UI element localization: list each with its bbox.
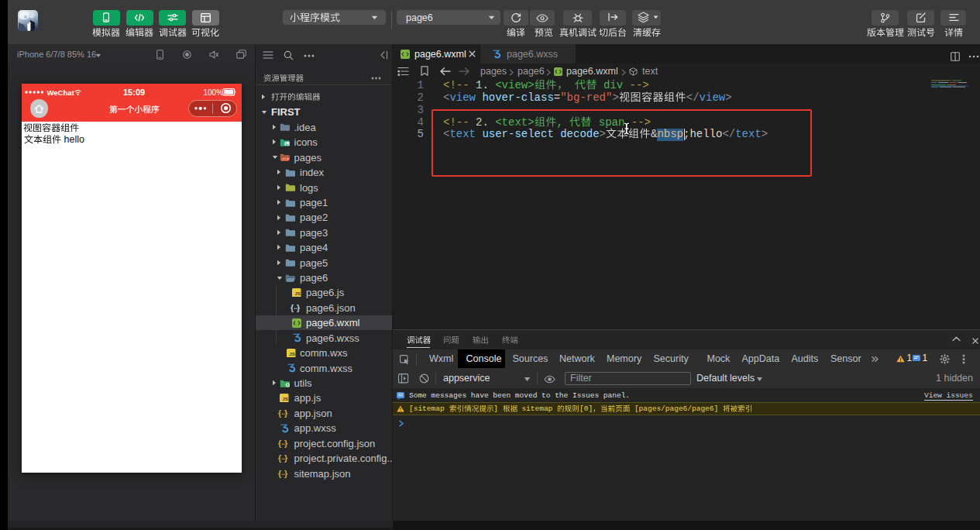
svg-text:}: } <box>284 469 287 478</box>
svg-text:JS: JS <box>282 396 288 401</box>
svg-text:{: { <box>291 303 294 312</box>
svg-text:}: } <box>284 408 287 418</box>
svg-text:{: { <box>278 439 281 448</box>
svg-text:JS: JS <box>289 351 295 356</box>
svg-text:{: { <box>278 408 281 418</box>
svg-text:}: } <box>284 453 287 463</box>
svg-text:{: { <box>278 469 281 478</box>
svg-text:}: } <box>284 439 287 448</box>
svg-text:}: } <box>297 303 300 312</box>
svg-text:{: { <box>278 453 281 463</box>
svg-text:JS: JS <box>294 291 301 296</box>
